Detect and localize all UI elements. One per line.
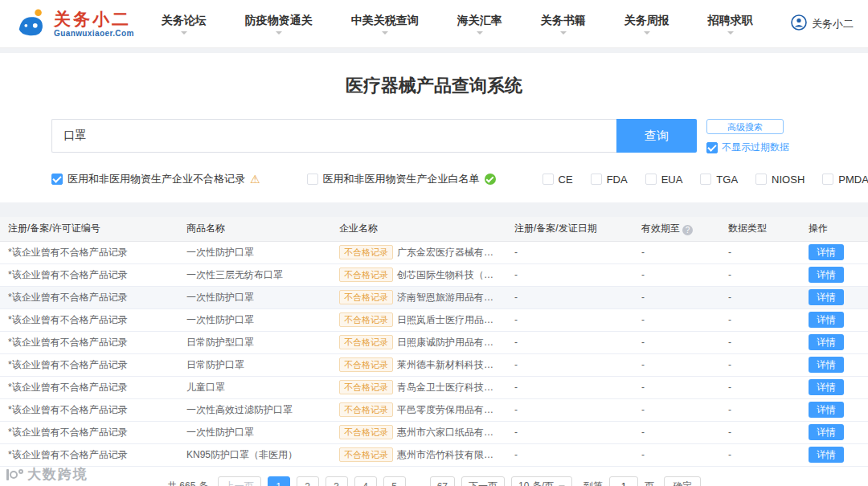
nav-item-books[interactable]: 关务书籍 (541, 14, 586, 35)
next-page-button[interactable]: 下一页 (461, 476, 505, 486)
nav-item-epidemic-supplies[interactable]: 防疫物资通关 (245, 14, 313, 35)
reg-date-cell: - (506, 443, 633, 466)
detail-button[interactable]: 详情 (809, 357, 844, 373)
search-button[interactable]: 查询 (616, 119, 697, 153)
checkbox-icon[interactable] (645, 174, 657, 185)
product-cell: 儿童口罩 (178, 376, 331, 398)
page-button-2[interactable]: 2 (297, 476, 319, 486)
checkbox-icon[interactable] (822, 174, 833, 185)
table-row: *该企业曾有不合格产品记录 一次性防护口罩 不合格记录广东金宏医疗器械有限公司 … (0, 241, 868, 263)
detail-button[interactable]: 详情 (809, 379, 844, 395)
license-cell: *该企业曾有不合格产品记录 (0, 263, 178, 286)
filter-label: 医用和非医用物资生产企业白名单 (323, 172, 480, 186)
license-cell: *该企业曾有不合格产品记录 (0, 353, 178, 376)
detail-button[interactable]: 详情 (809, 267, 844, 283)
company-name: 济南智恩旅游用品有限公司 (397, 292, 506, 303)
col-license: 注册/备案/许可证编号 (0, 217, 178, 241)
filter-niosh[interactable]: NIOSH (755, 174, 805, 186)
hide-expired-toggle[interactable]: 不显示过期数据 (706, 141, 789, 154)
user-icon (791, 14, 807, 33)
goto-page-input[interactable] (609, 476, 638, 486)
query-section: 医疗器械产品查询系统 查询 高级搜索 不显示过期数据 医用和非医用物资生产企业不… (0, 53, 868, 202)
filter-eua[interactable]: EUA (645, 174, 683, 186)
nav-item-weekly[interactable]: 关务周报 (624, 14, 669, 35)
status-badge: 不合格记录 (339, 447, 393, 462)
checkbox-icon[interactable] (307, 174, 318, 185)
detail-button[interactable]: 详情 (809, 424, 844, 440)
table-row: *该企业曾有不合格产品记录 日常防护口罩 不合格记录莱州德丰新材料科技有限公司 … (0, 353, 868, 376)
valid-until-cell: - (633, 353, 720, 376)
filter-pmda[interactable]: PMDA (822, 174, 868, 186)
table-row: *该企业曾有不合格产品记录 一次性高效过滤防护口罩 不合格记录平邑零度劳保用品有… (0, 398, 868, 421)
page-button-5[interactable]: 5 (383, 476, 406, 486)
filter-label: EUA (661, 174, 683, 186)
actions-cell: 详情 (800, 331, 868, 353)
col-actions: 操作 (800, 217, 868, 241)
filter-tga[interactable]: TGA (700, 174, 738, 186)
chevron-down-icon (477, 31, 483, 35)
nav-item-exchange-rate[interactable]: 海关汇率 (457, 14, 502, 35)
product-cell: 日常防护口罩 (178, 353, 331, 376)
advanced-search-button[interactable]: 高级搜索 (706, 119, 784, 134)
checkbox-icon[interactable] (700, 174, 711, 185)
detail-button[interactable]: 详情 (809, 312, 844, 328)
company-name: 日照康诚防护用品有限公司 (397, 337, 506, 348)
nav-item-forum[interactable]: 关务论坛 (162, 14, 207, 35)
nav-item-jobs[interactable]: 招聘求职 (708, 14, 753, 35)
checkbox-icon[interactable] (51, 174, 63, 185)
page-button-4[interactable]: 4 (354, 476, 377, 486)
company-name: 惠州市六家口纸品有限公司 (397, 427, 506, 438)
col-product: 商品名称 (178, 217, 331, 241)
company-cell: 不合格记录广东金宏医疗器械有限公司 (331, 241, 506, 263)
col-company: 企业名称 (331, 217, 506, 241)
product-cell: 一次性三层无纺布口罩 (178, 263, 331, 286)
detail-button[interactable]: 详情 (809, 402, 844, 418)
actions-cell: 详情 (800, 421, 868, 443)
checkbox-icon[interactable] (755, 174, 767, 185)
nav-label: 防疫物资通关 (245, 14, 313, 28)
filter-label: 医用和非医用物资生产企业不合格记录 (68, 172, 245, 186)
company-cell: 不合格记录创芯国际生物科技（广州）有限... (331, 263, 506, 286)
filter-whitelist[interactable]: 医用和非医用物资生产企业白名单 (307, 172, 496, 186)
status-badge: 不合格记录 (339, 402, 393, 417)
detail-button[interactable]: 详情 (809, 334, 844, 350)
filter-unqualified-records[interactable]: 医用和非医用物资生产企业不合格记录 ⚠ (51, 172, 260, 186)
company-name: 惠州市浩竹科技有限公司 (397, 449, 503, 460)
page-button-3[interactable]: 3 (326, 476, 348, 486)
checkbox-icon[interactable] (542, 174, 554, 185)
reg-date-cell: - (506, 308, 633, 331)
nav-label: 关务周报 (624, 14, 669, 28)
license-cell: *该企业曾有不合格产品记录 (0, 331, 178, 353)
detail-button[interactable]: 详情 (809, 447, 844, 463)
user-account[interactable]: 关务小二 (791, 14, 854, 33)
data-type-cell: - (720, 443, 800, 466)
page-button-67[interactable]: 67 (430, 476, 455, 486)
page-size-select[interactable]: 10 条/页 (511, 476, 572, 486)
confirm-button[interactable]: 确定 (664, 476, 701, 486)
data-type-cell: - (720, 353, 800, 376)
product-cell: 一次性高效过滤防护口罩 (178, 398, 331, 421)
checkbox-icon[interactable] (591, 174, 602, 185)
product-cell: 一次性防护口罩 (178, 286, 331, 308)
results-table: 注册/备案/许可证编号 商品名称 企业名称 注册/备案/发证日期 有效期至? 数… (0, 217, 868, 467)
page-button-1[interactable]: 1 (268, 476, 290, 486)
detail-button[interactable]: 详情 (809, 289, 844, 305)
data-type-cell: - (720, 398, 800, 421)
company-name: 创芯国际生物科技（广州）有限... (397, 269, 506, 280)
detail-button[interactable]: 详情 (809, 244, 844, 260)
company-cell: 不合格记录日照岚盾士医疗用品有限责任公司 (331, 308, 506, 331)
search-input[interactable] (51, 119, 616, 153)
main-nav: 关务论坛 防疫物资通关 中美关税查询 海关汇率 关务书籍 关务周报 招聘求职 (162, 14, 753, 35)
brand-logo[interactable]: 关务小二 Guanwuxiaoer.Com (14, 7, 134, 41)
valid-until-cell: - (633, 308, 720, 331)
chevron-down-icon (644, 31, 650, 35)
filter-ce[interactable]: CE (542, 174, 573, 186)
license-cell: *该企业曾有不合格产品记录 (0, 421, 178, 443)
help-icon[interactable]: ? (682, 225, 693, 235)
valid-until-cell: - (633, 398, 720, 421)
nav-item-tariff-query[interactable]: 中美关税查询 (351, 14, 419, 35)
license-cell: *该企业曾有不合格产品记录 (0, 286, 178, 308)
checkbox-icon[interactable] (706, 142, 718, 153)
prev-page-button[interactable]: 上一页 (218, 476, 261, 486)
filter-fda[interactable]: FDA (591, 174, 628, 186)
